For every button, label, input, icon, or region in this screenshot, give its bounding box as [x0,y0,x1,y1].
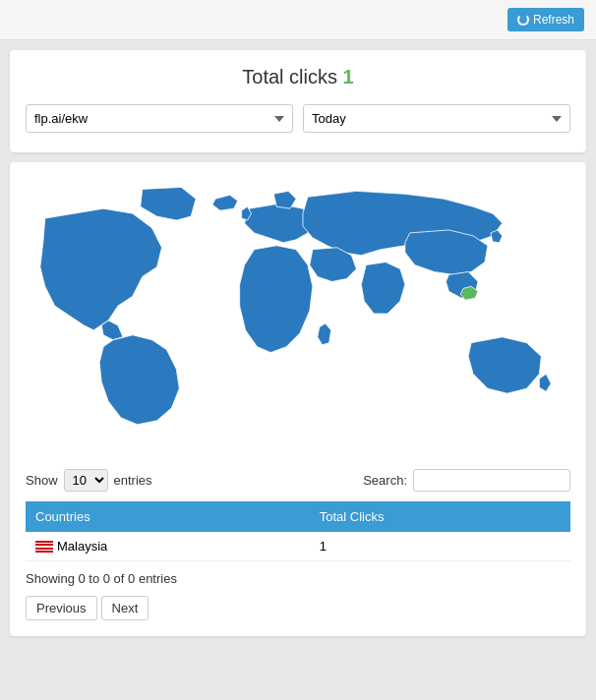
refresh-button[interactable]: Refresh [507,8,584,31]
page-title: Total clicks 1 [26,66,570,88]
showing-info: Showing 0 to 0 of 0 entries [26,571,570,586]
data-table: Countries Total Clicks Malaysia 1 [26,501,570,561]
col-countries: Countries [26,501,310,532]
refresh-label: Refresh [533,13,574,27]
clicks-value: 1 [310,532,570,561]
map-card: Show 10 25 50 entries Search: Countries … [10,162,586,636]
entries-label: entries [114,473,152,488]
show-entries-section: Show 10 25 50 entries [26,469,152,492]
world-map-container [26,178,570,453]
table-row: Malaysia 1 [26,532,570,561]
country-name: Malaysia [57,539,107,554]
url-filter[interactable]: flp.ai/ekw [26,104,293,133]
table-controls: Show 10 25 50 entries Search: [26,469,570,492]
title-section: Total clicks 1 [26,66,570,88]
show-label: Show [26,473,58,488]
world-map [26,178,570,453]
pagination: Previous Next [26,596,570,620]
top-card: Total clicks 1 flp.ai/ekw Today Yesterda… [10,50,586,152]
entries-select[interactable]: 10 25 50 [64,469,108,492]
period-filter[interactable]: Today Yesterday Last 7 days Last 30 days [303,104,570,133]
top-bar: Refresh [0,0,596,40]
previous-button[interactable]: Previous [26,596,97,620]
table-header-row: Countries Total Clicks [26,501,570,532]
search-input[interactable] [413,469,570,492]
click-count: 1 [343,66,354,88]
search-label: Search: [363,473,407,488]
filters: flp.ai/ekw Today Yesterday Last 7 days L… [26,104,570,133]
search-section: Search: [363,469,570,492]
next-button[interactable]: Next [101,596,149,620]
country-cell: Malaysia [26,532,310,561]
flag-malaysia [35,541,53,553]
col-total-clicks: Total Clicks [310,501,570,532]
refresh-icon [517,14,529,26]
